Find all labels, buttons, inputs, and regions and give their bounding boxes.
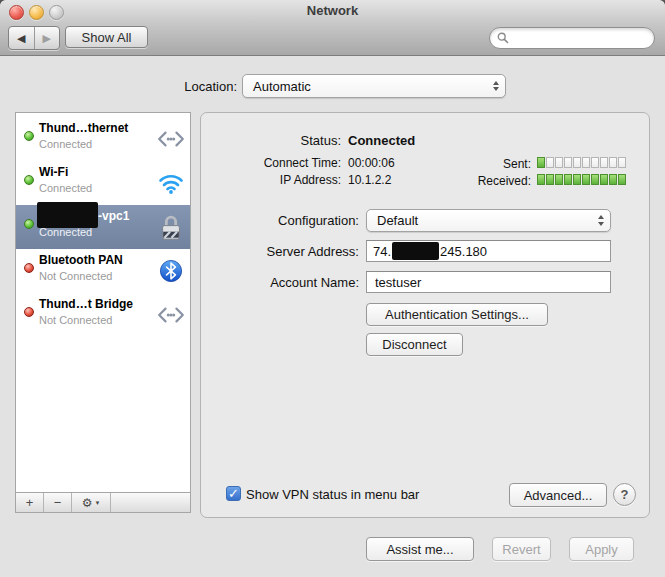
meter-segment [609,157,617,168]
add-service-button[interactable]: + [16,493,44,512]
meter-segment [573,157,581,168]
meter-segment [564,157,572,168]
configuration-value: Default [377,213,594,228]
account-name-input[interactable] [373,274,602,291]
show-vpn-label: Show VPN status in menu bar [246,487,419,502]
meter-segment [582,174,590,185]
status-value: Connected [348,133,415,148]
action-menu-button[interactable]: ⚙▼ [72,493,111,512]
received-label: Received: [431,174,531,188]
bluetooth-icon [156,257,186,285]
meter-segment [555,174,563,185]
service-status: Connected [39,138,92,150]
nav-back-forward: ◀ ▶ [8,26,60,50]
network-preferences-window: Network ◀ ▶ Show All Location: Automatic… [0,0,665,577]
location-label: Location: [100,79,237,94]
meter-segment [564,174,572,185]
sent-label: Sent: [431,157,531,171]
service-name: -vpc1 [98,209,129,223]
redaction-box [392,242,439,260]
service-row-wifi[interactable]: Wi-Fi Connected [16,161,190,205]
service-row-thunderbolt-bridge[interactable]: Thund…t Bridge Not Connected [16,293,190,337]
meter-segment [537,157,545,168]
meter-segment [537,174,545,185]
show-vpn-checkbox[interactable]: ✓ [226,486,241,501]
search-input[interactable] [513,30,647,46]
meter-segment [582,157,590,168]
advanced-button[interactable]: Advanced... [509,483,607,507]
window-title: Network [0,0,665,22]
status-dot-connected [24,131,34,141]
ethernet-icon [156,125,186,153]
forward-icon: ▶ [43,32,51,45]
revert-button[interactable]: Revert [492,537,551,561]
gear-icon: ⚙ [82,496,93,510]
meter-segment [546,157,554,168]
caret-down-icon: ▼ [94,500,100,506]
remove-service-button[interactable]: − [44,493,72,512]
status-dot-disconnected [24,263,34,273]
minus-icon: − [54,495,62,510]
show-all-button[interactable]: Show All [65,26,148,48]
sent-meter [537,157,626,168]
configuration-popup[interactable]: Default [366,209,611,232]
close-button[interactable] [9,5,24,20]
back-icon: ◀ [17,32,25,45]
meter-segment [618,174,626,185]
forward-button[interactable]: ▶ [34,27,60,49]
check-icon: ✓ [228,486,239,501]
meter-segment [591,174,599,185]
server-address-prefix: 74. [373,244,391,259]
minimize-button[interactable] [29,5,44,20]
status-dot-connected [24,219,34,229]
back-button[interactable]: ◀ [9,27,34,49]
received-meter [537,174,626,185]
connect-time-label: Connect Time: [201,156,341,170]
configuration-label: Configuration: [201,213,359,228]
meter-segment [618,157,626,168]
connect-time-value: 00:00:06 [348,156,395,170]
service-status: Connected [39,182,92,194]
assist-me-button[interactable]: Assist me... [366,537,474,561]
help-button[interactable]: ? [613,483,636,506]
service-name: Bluetooth PAN [39,253,123,267]
ip-address-value: 10.1.2.2 [348,173,391,187]
meter-segment [591,157,599,168]
server-address-suffix: 245.180 [440,244,487,259]
search-field[interactable] [489,27,655,49]
account-name-label: Account Name: [201,275,359,290]
redaction-box [37,202,98,228]
apply-button[interactable]: Apply [569,537,634,561]
popup-stepper-icon [598,215,604,226]
service-status: Connected [39,226,92,238]
meter-segment [600,157,608,168]
service-name: Thund…thernet [39,121,128,135]
account-name-field[interactable] [366,271,611,293]
popup-stepper-icon [493,81,499,92]
detail-pane: Status: Connected Connect Time: 00:00:06… [200,112,650,518]
meter-segment [555,157,563,168]
server-address-field[interactable]: 74.245.180 [366,240,611,262]
ip-address-label: IP Address: [201,173,341,187]
location-value: Automatic [253,79,489,94]
service-row-vpn[interactable]: -vpc1 Connected [16,205,190,249]
status-dot-disconnected [24,307,34,317]
server-address-label: Server Address: [201,244,359,259]
wifi-icon [156,169,186,197]
meter-segment [546,174,554,185]
service-status: Not Connected [39,314,112,326]
meter-segment [573,174,581,185]
service-name: Thund…t Bridge [39,297,133,311]
authentication-settings-button[interactable]: Authentication Settings... [366,303,548,326]
service-name: Wi-Fi [39,165,68,179]
lock-icon [156,213,186,241]
disconnect-button[interactable]: Disconnect [366,333,463,356]
window-chrome: Network ◀ ▶ Show All [0,0,665,56]
services-sidebar: Thund…thernet Connected Wi-Fi Connected [15,112,191,513]
service-row-bluetooth-pan[interactable]: Bluetooth PAN Not Connected [16,249,190,293]
zoom-button[interactable] [49,5,64,20]
location-popup[interactable]: Automatic [242,74,506,98]
status-label: Status: [201,133,341,148]
service-row-thunderbolt-ethernet[interactable]: Thund…thernet Connected [16,117,190,161]
ethernet-icon [156,301,186,329]
